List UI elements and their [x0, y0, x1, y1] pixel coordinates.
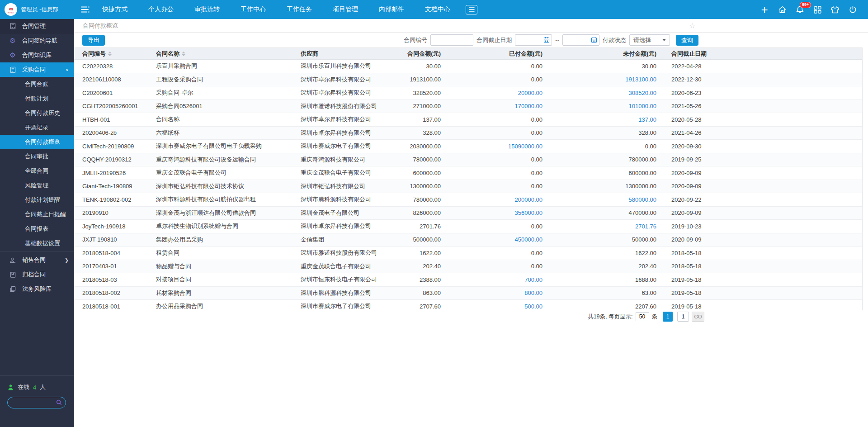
topnav-item[interactable]: 个人办公: [148, 5, 174, 14]
cell-unpaid-amount[interactable]: 580000.00: [542, 196, 656, 203]
cell-paid-amount[interactable]: 500.00: [441, 303, 542, 310]
table-row[interactable]: CivilTech-20190809 深圳市赛威尔电子有限公司电子负载采购 深圳…: [74, 140, 862, 153]
cell-unpaid-amount[interactable]: 137.00: [542, 116, 656, 123]
sort-icon[interactable]: [108, 52, 112, 56]
sidebar-user-area[interactable]: ∞ 华天动力 管理员 -信息部: [0, 0, 74, 19]
cell-deadline: 2021-04-26: [656, 129, 846, 136]
table-row[interactable]: 20180518-004 租赁合同 深圳市雅诺科技股份有限公司 1622.00 …: [74, 247, 862, 260]
cell-paid-amount: 0.00: [441, 116, 542, 123]
export-button[interactable]: 导出: [82, 35, 105, 46]
cell-paid-amount[interactable]: 356000.00: [441, 209, 542, 216]
sidebar-item-purchase-contract[interactable]: 采购合同 ∨: [0, 62, 74, 77]
search-button[interactable]: 查询: [676, 35, 698, 46]
cell-paid-amount[interactable]: 170000.00: [441, 103, 542, 109]
sidebar-item-contract-management[interactable]: 合同管理: [0, 19, 74, 33]
table-row[interactable]: 20180518-03 对接项目合同 深圳市恒东科技电子有限公司 2388.00…: [74, 273, 862, 287]
cell-supplier: 深圳市腾科源科技有限公司: [301, 289, 398, 297]
page-jump-input[interactable]: [677, 312, 689, 322]
table-row[interactable]: 20200406-zb 六福纸杯 深圳市卓尔昇科技有限公司 328.00 0.0…: [74, 127, 862, 140]
topnav-item[interactable]: 审批流转: [194, 5, 220, 14]
cell-unpaid-amount[interactable]: 1913100.00: [542, 76, 656, 83]
table-row[interactable]: JMLH-20190526 重庆金茂联合电子有限公司 重庆金茂联合电子有限公司 …: [74, 166, 862, 180]
home-icon[interactable]: [778, 5, 787, 14]
menu-lines-icon[interactable]: [80, 5, 90, 14]
cell-contract-name: 六福纸杯: [156, 129, 301, 137]
topnav-item[interactable]: 工作中心: [241, 5, 266, 14]
sidebar-item-archived-contract[interactable]: 归档合同: [0, 267, 74, 282]
sidebar-item-legal-risk[interactable]: 法务风险库: [0, 282, 74, 296]
cell-paid-amount[interactable]: 200000.00: [441, 196, 542, 203]
sidebar-item-contract-sign-nav[interactable]: ⚙ 合同签约导航: [0, 33, 74, 48]
cell-paid-amount[interactable]: 450000.00: [441, 236, 542, 243]
cell-paid-amount[interactable]: 20000.00: [441, 90, 542, 96]
contract-no-input[interactable]: [430, 34, 473, 46]
page-size-input[interactable]: [636, 312, 649, 321]
topnav-item[interactable]: 快捷方式: [102, 5, 127, 14]
sidebar-item-sales-contract[interactable]: 销售合同 ❯: [0, 253, 74, 267]
topnav-item[interactable]: 内部邮件: [379, 5, 404, 14]
cell-paid-amount[interactable]: 800.00: [441, 289, 542, 296]
table-row[interactable]: Giant-Tech-190809 深圳市钜弘科技有限公司技术协议 深圳市钜弘科…: [74, 180, 862, 194]
table-row[interactable]: 202106110008 工程设备采购合同 深圳市卓尔昇科技有限公司 19131…: [74, 73, 862, 87]
cell-paid-amount: 0.00: [441, 170, 542, 176]
sidebar-subitem[interactable]: 合同报表: [0, 222, 74, 236]
search-icon[interactable]: [56, 399, 62, 406]
column-header-contract-no[interactable]: 合同编号: [82, 50, 156, 58]
sort-icon[interactable]: [182, 52, 185, 56]
sidebar-subitem[interactable]: 基础数据设置: [0, 236, 74, 251]
table-row[interactable]: 20170403-01 物品赠与合同 重庆金茂联合电子有限公司 202.40 0…: [74, 260, 862, 274]
plus-icon[interactable]: +: [760, 5, 769, 14]
sidebar-subitem[interactable]: 付款计划提醒: [0, 193, 74, 207]
go-button[interactable]: GO: [692, 312, 704, 322]
power-icon[interactable]: [848, 5, 857, 14]
sidebar-subitem[interactable]: 合同台账: [0, 77, 74, 91]
calendar-icon[interactable]: [543, 37, 550, 43]
sidebar-subitem[interactable]: 合同付款历史: [0, 106, 74, 120]
topnav-item[interactable]: 工作任务: [287, 5, 312, 14]
sidebar-subitem[interactable]: 合同付款概览: [0, 135, 74, 149]
table-row[interactable]: TENK-190802-002 深圳市科源科技有限公司航拍仪器出租 深圳市腾科源…: [74, 193, 862, 207]
calendar-icon[interactable]: [591, 37, 597, 43]
cell-unpaid-amount[interactable]: 2701.76: [542, 223, 656, 230]
cell-paid-amount[interactable]: 15090000.00: [441, 143, 542, 150]
cell-unpaid-amount[interactable]: 308520.00: [542, 90, 656, 96]
hamburger-icon[interactable]: [466, 5, 477, 14]
sidebar-subitem[interactable]: 付款计划: [0, 91, 74, 106]
cell-amount: 328.00: [398, 129, 441, 136]
apps-grid-icon[interactable]: [813, 5, 822, 14]
table-row[interactable]: 20190910 深圳金茂与浙江顺达有限公司借款合同 深圳金茂电子有限公司 82…: [74, 207, 862, 220]
sidebar-subitem[interactable]: 开票记录: [0, 120, 74, 135]
table-row[interactable]: 20180518-002 耗材采购合同 深圳市腾科源科技有限公司 863.00 …: [74, 287, 862, 300]
table-row[interactable]: C20220328 乐百川采购合同 深圳市乐百川科技有限公司 30.00 0.0…: [74, 60, 862, 73]
cell-contract-no: HTBH-001: [82, 116, 156, 123]
cell-unpaid-amount[interactable]: 101000.00: [542, 103, 656, 109]
sidebar-item-contract-knowledge[interactable]: ⚙ 合同知识库: [0, 48, 74, 62]
table-row[interactable]: HTBH-001 合同名称 深圳市卓尔昇科技有限公司 137.00 0.00 1…: [74, 113, 862, 127]
table-row[interactable]: 20180518-001 办公用品采购合同 深圳市赛威尔电子有限公司 2707.…: [74, 300, 862, 310]
cell-unpaid-amount: 1300000.00: [542, 183, 656, 190]
pay-status-select[interactable]: 请选择: [629, 34, 670, 46]
topnav-item[interactable]: 文档中心: [425, 5, 450, 14]
tshirt-icon[interactable]: [830, 5, 840, 14]
cell-contract-no: 20180518-002: [82, 289, 156, 296]
table-row[interactable]: C20200601 采购合同-卓尔 深圳市卓尔昇科技有限公司 328520.00…: [74, 86, 862, 100]
cell-amount: 30.00: [398, 63, 441, 70]
cell-unpaid-amount: 63.00: [542, 289, 656, 296]
sidebar-subitem[interactable]: 合同审批: [0, 149, 74, 164]
current-page-button[interactable]: 1: [663, 312, 673, 322]
cell-supplier: 深圳市恒东科技电子有限公司: [301, 275, 398, 284]
table-row[interactable]: JoyTech-190918 卓尔科技生物识别系统赠与合同 深圳市卓尔昇科技有限…: [74, 220, 862, 233]
table-row[interactable]: CGHT202005260001 采购合同0526001 深圳市雅诺科技股份有限…: [74, 100, 862, 114]
cell-deadline: 2021-05-26: [656, 103, 846, 109]
sidebar-subitem[interactable]: 合同截止日提醒: [0, 207, 74, 222]
column-header-contract-name[interactable]: 合同名称: [156, 50, 301, 58]
sidebar-subitem[interactable]: 风险管理: [0, 178, 74, 193]
cell-supplier: 深圳市卓尔昇科技有限公司: [301, 222, 398, 230]
bell-icon[interactable]: 99+: [795, 5, 804, 14]
table-row[interactable]: CQQHY-20190312 重庆奇鸿源科技有限公司设备运输合同 重庆奇鸿源科技…: [74, 153, 862, 167]
table-row[interactable]: JXJT-190810 集团办公用品采购 金信集团 500000.00 4500…: [74, 233, 862, 247]
topnav-item[interactable]: 项目管理: [333, 5, 358, 14]
sidebar-subitem[interactable]: 全部合同: [0, 164, 74, 178]
cell-paid-amount[interactable]: 700.00: [441, 276, 542, 283]
favorite-star-icon[interactable]: ☆: [689, 22, 695, 30]
